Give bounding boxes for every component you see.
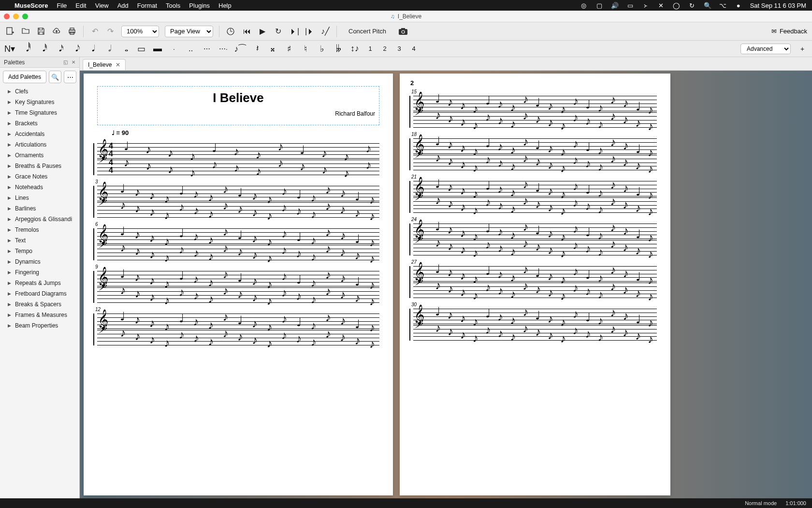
loop-in-button[interactable]: ⏵|: [289, 26, 300, 37]
siri-icon[interactable]: ●: [735, 2, 742, 9]
control-center-icon[interactable]: ⌥: [719, 2, 727, 9]
palette-item-time-signatures[interactable]: ▶Time Signatures: [0, 107, 79, 118]
duration-longa-button[interactable]: ▬: [153, 43, 162, 55]
staff-system[interactable]: 6𝄞♩♪♪♪♩♪♪♪♩♪♪♪♩♪♪♪♩♪𝄢♪♪♪♪♪♪♪♪♪♪♪♪♪♪♪♪♪♪: [97, 228, 379, 260]
status-icon-1[interactable]: ◎: [580, 2, 588, 9]
palette-item-noteheads[interactable]: ▶Noteheads: [0, 182, 79, 193]
duration-quarter-button[interactable]: 𝅘𝅥: [87, 43, 97, 55]
menu-add[interactable]: Add: [117, 2, 129, 9]
palette-item-fingering[interactable]: ▶Fingering: [0, 267, 79, 278]
duration-16th-button[interactable]: 𝅘𝅥𝅯: [54, 43, 64, 55]
document-tab[interactable]: I_Believe ✕: [83, 59, 126, 70]
metronome-button[interactable]: [225, 26, 236, 37]
undo-button[interactable]: ↶: [89, 26, 100, 37]
spotlight-icon[interactable]: 🔍: [704, 2, 711, 9]
palette-item-breaks-spacers[interactable]: ▶Breaks & Spacers: [0, 299, 79, 310]
duration-64th-button[interactable]: 𝅘𝅥𝅱: [21, 43, 31, 55]
palette-item-beam-properties[interactable]: ▶Beam Properties: [0, 320, 79, 331]
loop-out-button[interactable]: |⏵: [304, 26, 315, 37]
window-zoom-button[interactable]: [22, 14, 28, 19]
palette-item-fretboard-diagrams[interactable]: ▶Fretboard Diagrams: [0, 288, 79, 299]
palette-item-clefs[interactable]: ▶Clefs: [0, 86, 79, 97]
staff-system[interactable]: 𝄞44♩♪♪♪♩♪♪♪♩♪♪♪𝄢44♪♪♪♪♪♪♪♪♪♪♪♪: [97, 143, 379, 175]
cloud-save-button[interactable]: [51, 26, 62, 37]
menu-edit[interactable]: Edit: [75, 2, 86, 9]
tempo-marking[interactable]: ♩ = 90: [112, 129, 379, 136]
palette-item-tremolos[interactable]: ▶Tremolos: [0, 224, 79, 235]
palette-more-button[interactable]: ⋯: [64, 71, 76, 83]
sharp-button[interactable]: ♯: [284, 43, 294, 55]
dot-button[interactable]: ·: [169, 43, 179, 55]
open-button[interactable]: [20, 26, 31, 37]
count-in-button[interactable]: ♪╱: [320, 26, 331, 37]
palette-item-accidentals[interactable]: ▶Accidentals: [0, 129, 79, 139]
palette-item-lines[interactable]: ▶Lines: [0, 193, 79, 203]
add-palettes-button[interactable]: Add Palettes: [3, 71, 46, 83]
palette-item-text[interactable]: ▶Text: [0, 235, 79, 246]
palette-item-grace-notes[interactable]: ▶Grace Notes: [0, 171, 79, 182]
duration-8th-button[interactable]: 𝅘𝅥𝅮: [71, 43, 80, 55]
voice-2-button[interactable]: 2: [381, 45, 389, 52]
voice-1-button[interactable]: 1: [366, 45, 374, 52]
tie-button[interactable]: ♪⁀: [235, 43, 245, 55]
image-capture-button[interactable]: [398, 26, 408, 37]
battery-icon[interactable]: ▭: [626, 2, 634, 9]
save-button[interactable]: [36, 26, 46, 37]
staff-system[interactable]: 30𝄞♩♪♪♪♩♪♪♪♩♪♪♪♩♪♪♪♩♪𝄢♪♪♪♪♪♪♪♪♪♪♪♪♪♪♪♪♪♪: [413, 309, 657, 341]
feedback-button[interactable]: ✉ Feedback: [771, 28, 807, 35]
new-score-button[interactable]: [5, 26, 15, 37]
window-close-button[interactable]: [4, 14, 10, 19]
app-menu[interactable]: MuseScore: [14, 2, 48, 9]
panel-undock-icon[interactable]: ◱: [63, 60, 68, 65]
menu-view[interactable]: View: [95, 2, 109, 9]
workspace-select[interactable]: Advanced: [740, 44, 791, 54]
score-page-1[interactable]: I Believe Richard Balfour ♩ = 90 𝄞44♩♪♪♪…: [84, 74, 393, 495]
duration-whole-button[interactable]: 𝅝: [120, 43, 130, 55]
menu-tools[interactable]: Tools: [166, 2, 180, 9]
play-button[interactable]: ▶: [257, 26, 268, 37]
title-frame[interactable]: I Believe Richard Balfour: [97, 86, 379, 125]
bluetooth-icon[interactable]: ᚛: [642, 2, 650, 9]
score-viewport[interactable]: I Believe Richard Balfour ♩ = 90 𝄞44♩♪♪♪…: [80, 71, 812, 498]
rest-button[interactable]: 𝄽: [251, 43, 261, 55]
tab-close-icon[interactable]: ✕: [116, 61, 120, 68]
palette-search-button[interactable]: 🔍: [49, 71, 61, 83]
volume-icon[interactable]: 🔊: [611, 2, 619, 9]
print-button[interactable]: [67, 26, 77, 37]
menubar-datetime[interactable]: Sat Sep 11 6 03 PM: [750, 2, 806, 9]
timemachine-icon[interactable]: ↻: [688, 2, 696, 9]
palette-item-breaths-pauses[interactable]: ▶Breaths & Pauses: [0, 161, 79, 171]
palette-item-tempo[interactable]: ▶Tempo: [0, 246, 79, 256]
user-icon[interactable]: ◯: [673, 2, 681, 9]
wifi-icon[interactable]: ✕: [657, 2, 665, 9]
flip-direction-button[interactable]: ↕♪: [350, 43, 360, 55]
palette-item-repeats-jumps[interactable]: ▶Repeats & Jumps: [0, 278, 79, 288]
staff-system[interactable]: 21𝄞♩♪♪♪♩♪♪♪♩♪♪♪♩♪♪♪♩♪𝄢♪♪♪♪♪♪♪♪♪♪♪♪♪♪♪♪♪♪: [413, 181, 657, 213]
staff-system[interactable]: 15𝄞♩♪♪♪♩♪♪♪♩♪♪♪♩♪♪♪♩♪𝄢♪♪♪♪♪♪♪♪♪♪♪♪♪♪♪♪♪♪: [413, 96, 657, 128]
view-mode-select[interactable]: Page View: [165, 26, 213, 37]
menu-format[interactable]: Format: [137, 2, 157, 9]
menu-help[interactable]: Help: [218, 2, 232, 9]
palette-item-dynamics[interactable]: ▶Dynamics: [0, 256, 79, 267]
staff-system[interactable]: 3𝄞♩♪♪♪♩♪♪♪♩♪♪♪♩♪♪♪♩♪𝄢♪♪♪♪♪♪♪♪♪♪♪♪♪♪♪♪♪♪: [97, 186, 379, 218]
voice-3-button[interactable]: 3: [395, 45, 403, 52]
flat-button[interactable]: ♭: [317, 43, 327, 55]
double-dot-button[interactable]: ‥: [186, 43, 195, 55]
score-page-2[interactable]: 2 15𝄞♩♪♪♪♩♪♪♪♩♪♪♪♩♪♪♪♩♪𝄢♪♪♪♪♪♪♪♪♪♪♪♪♪♪♪♪…: [400, 74, 670, 495]
add-toolbar-button[interactable]: +: [798, 43, 807, 55]
voice-4-button[interactable]: 4: [410, 45, 418, 52]
staff-system[interactable]: 12𝄞♩♪♪♪♩♪♪♪♩♪♪♪♩♪♪♪♩♪𝄢♪♪♪♪♪♪♪♪♪♪♪♪♪♪♪♪♪♪: [97, 314, 379, 345]
palette-item-key-signatures[interactable]: ▶Key Signatures: [0, 97, 79, 107]
staff-system[interactable]: 27𝄞♩♪♪♪♩♪♪♪♩♪♪♪♩♪♪♪♩♪𝄢♪♪♪♪♪♪♪♪♪♪♪♪♪♪♪♪♪♪: [413, 266, 657, 298]
staff-system[interactable]: 18𝄞♩♪♪♪♩♪♪♪♩♪♪♪♩♪♪♪♩♪𝄢♪♪♪♪♪♪♪♪♪♪♪♪♪♪♪♪♪♪: [413, 138, 657, 170]
palette-item-articulations[interactable]: ▶Articulations: [0, 139, 79, 150]
triple-dot-button[interactable]: ⋯: [202, 43, 212, 55]
palette-item-ornaments[interactable]: ▶Ornaments: [0, 150, 79, 161]
loop-button[interactable]: ↻: [273, 26, 283, 37]
palette-item-barlines[interactable]: ▶Barlines: [0, 203, 79, 214]
panel-close-icon[interactable]: ✕: [72, 60, 75, 65]
quad-dot-button[interactable]: ⋯·: [218, 43, 228, 55]
staff-system[interactable]: 9𝄞♩♪♪♪♩♪♪♪♩♪♪♪♩♪♪♪♩♪𝄢♪♪♪♪♪♪♪♪♪♪♪♪♪♪♪♪♪♪: [97, 271, 379, 303]
palette-item-arpeggios-glissandi[interactable]: ▶Arpeggios & Glissandi: [0, 214, 79, 224]
duration-breve-button[interactable]: ▭: [136, 43, 146, 55]
